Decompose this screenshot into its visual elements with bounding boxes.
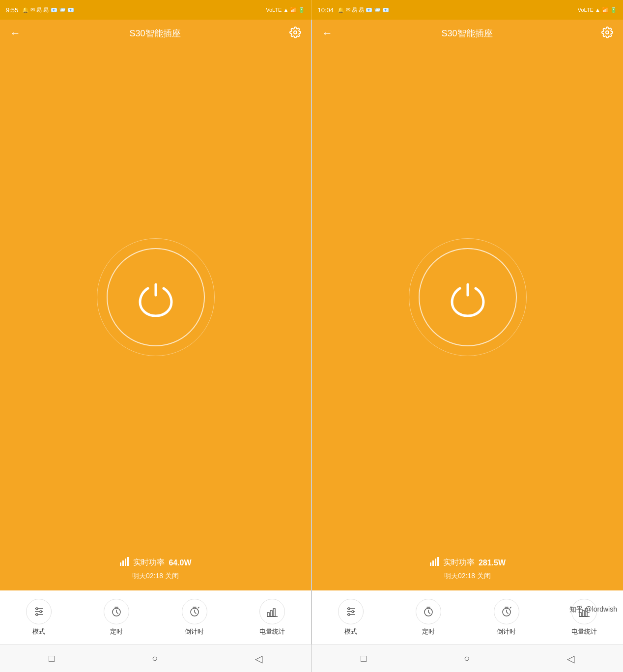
left-schedule-text: 明天02:18 关闭 [132, 572, 179, 581]
right-toolbar-stats[interactable]: 电量统计 [571, 599, 597, 636]
right-chart-icon [429, 557, 439, 569]
left-status-bar: 9:55 🔔 ✉ 易 易 📧 📨 📧 VoLTE ▲ 📶 🔋 [0, 0, 312, 20]
left-nav: □ ○ ◁ [0, 645, 311, 672]
right-phone-panel: ← S30智能插座 [312, 20, 623, 644]
right-toolbar-countdown[interactable]: 倒计时 [494, 599, 519, 636]
right-stats-label: 电量统计 [571, 627, 597, 636]
left-power-outer-ring [97, 238, 215, 356]
right-settings-button[interactable] [601, 27, 613, 41]
right-countdown-label: 倒计时 [497, 627, 516, 636]
svg-rect-4 [127, 557, 129, 566]
svg-rect-14 [270, 611, 272, 616]
svg-rect-20 [435, 559, 436, 566]
left-stats-area: 实时功率 64.0W 明天02:18 关闭 [0, 557, 311, 590]
right-nav-square[interactable]: □ [351, 649, 376, 668]
left-power-area [0, 47, 311, 557]
left-power-label: 实时功率 [133, 558, 165, 568]
right-power-label: 实时功率 [443, 558, 475, 568]
left-bottom-toolbar: 模式 定时 [0, 590, 311, 644]
right-power-value: 281.5W [479, 559, 506, 567]
left-power-button[interactable] [107, 248, 205, 346]
svg-rect-2 [122, 560, 124, 566]
svg-point-8 [36, 608, 38, 610]
right-icons: 🔔 ✉ 易 易 📧 📨 📧 [338, 6, 389, 14]
svg-rect-1 [120, 562, 121, 566]
svg-point-17 [606, 31, 609, 34]
svg-rect-19 [432, 560, 434, 566]
svg-point-26 [352, 611, 354, 613]
left-chart-icon [119, 557, 129, 569]
svg-rect-13 [267, 613, 269, 616]
right-power-area [312, 47, 623, 557]
right-toolbar-mode[interactable]: 模式 [338, 599, 364, 636]
svg-point-0 [294, 31, 297, 34]
right-timer-label: 定时 [422, 627, 435, 636]
left-mode-label: 模式 [32, 627, 45, 636]
right-stats-area: 实时功率 281.5W 明天02:18 关闭 [312, 557, 623, 590]
left-toolbar-mode[interactable]: 模式 [26, 599, 52, 636]
left-toolbar-timer[interactable]: 定时 [104, 599, 129, 636]
right-bottom-toolbar: 模式 定时 [312, 590, 623, 644]
right-back-button[interactable]: ← [322, 27, 333, 40]
svg-rect-18 [430, 562, 431, 566]
right-power-outer-ring [409, 238, 527, 356]
left-signal: VoLTE ▲ 📶 🔋 [266, 7, 305, 13]
nav-bar: □ ○ ◁ □ ○ ◁ [0, 644, 623, 672]
left-settings-button[interactable] [289, 27, 301, 41]
right-nav-circle[interactable]: ○ [454, 649, 480, 668]
right-title: S30智能插座 [441, 28, 492, 39]
left-title: S30智能插座 [129, 28, 180, 39]
svg-rect-21 [437, 557, 439, 566]
left-back-button[interactable]: ← [10, 27, 21, 40]
svg-point-27 [348, 614, 350, 616]
left-toolbar-countdown[interactable]: 倒计时 [182, 599, 207, 636]
left-header: ← S30智能插座 [0, 20, 311, 47]
right-schedule-text: 明天02:18 关闭 [444, 572, 491, 581]
left-countdown-label: 倒计时 [185, 627, 204, 636]
right-header: ← S30智能插座 [312, 20, 623, 47]
left-toolbar-stats[interactable]: 电量统计 [259, 599, 285, 636]
right-nav-triangle[interactable]: ◁ [557, 649, 584, 669]
left-icons: 🔔 ✉ 易 易 📧 📨 📧 [22, 6, 74, 14]
left-nav-triangle[interactable]: ◁ [245, 649, 272, 669]
left-stats-label: 电量统计 [259, 627, 285, 636]
left-nav-square[interactable]: □ [39, 649, 64, 668]
left-phone-panel: ← S30智能插座 [0, 20, 311, 644]
left-timer-label: 定时 [110, 627, 123, 636]
right-signal: VoLTE ▲ 📶 🔋 [578, 7, 617, 13]
left-nav-circle[interactable]: ○ [142, 649, 168, 668]
svg-point-10 [36, 614, 38, 616]
svg-point-25 [348, 608, 350, 610]
right-time: 10:04 [318, 6, 334, 14]
right-mode-label: 模式 [344, 627, 357, 636]
svg-rect-3 [125, 559, 126, 566]
left-power-value: 64.0W [169, 559, 191, 567]
left-time: 9:55 [6, 6, 18, 14]
right-nav: □ ○ ◁ [312, 645, 623, 672]
svg-rect-15 [273, 609, 275, 616]
svg-point-9 [40, 611, 42, 613]
watermark: 知乎 @lordwish [569, 605, 617, 614]
right-status-bar: 10:04 🔔 ✉ 易 易 📧 📨 📧 VoLTE ▲ 📶 🔋 [312, 0, 623, 20]
right-power-button[interactable] [419, 248, 517, 346]
right-toolbar-timer[interactable]: 定时 [416, 599, 441, 636]
